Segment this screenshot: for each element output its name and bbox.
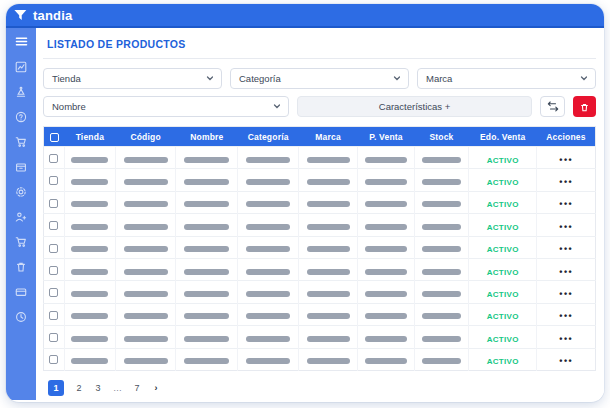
row-actions-button[interactable]: ••• [559, 222, 573, 232]
actions-cell: ••• [537, 303, 596, 325]
row-actions-button[interactable]: ••• [559, 244, 573, 254]
skeleton-cell [115, 303, 176, 325]
card-icon[interactable] [15, 285, 28, 298]
caracteristicas-button-label: Características + [379, 101, 451, 112]
skeleton-cell [358, 258, 415, 280]
skeleton-cell [64, 236, 115, 258]
skeleton-cell [176, 169, 238, 191]
skeleton-cell [358, 191, 415, 213]
brand-logo[interactable]: tandia [13, 8, 72, 23]
skeleton-cell [115, 169, 176, 191]
skeleton-cell [299, 326, 358, 348]
row-checkbox[interactable] [49, 221, 58, 230]
skeleton-bar [124, 336, 168, 342]
pagination-page-1[interactable]: 1 [48, 380, 64, 396]
skeleton-bar [365, 358, 406, 364]
skeleton-bar [124, 224, 168, 230]
package-icon[interactable] [15, 160, 28, 173]
row-actions-button[interactable]: ••• [559, 155, 573, 165]
pagination-page-7[interactable]: 7 [133, 383, 141, 393]
menu-icon[interactable] [15, 35, 28, 48]
row-checkbox[interactable] [49, 176, 58, 185]
row-actions-button[interactable]: ••• [559, 199, 573, 209]
skeleton-cell [299, 258, 358, 280]
status-cell: ACTIVO [469, 169, 537, 191]
table-row: ACTIVO••• [44, 191, 596, 213]
pagination-next-button[interactable]: › [152, 383, 160, 393]
status-badge: ACTIVO [487, 156, 519, 165]
cart-icon[interactable] [15, 135, 28, 148]
scale-icon[interactable] [15, 85, 28, 98]
row-actions-button[interactable]: ••• [559, 356, 573, 366]
row-select-cell [44, 281, 65, 303]
app-window: tandia [6, 4, 604, 402]
skeleton-bar [124, 179, 168, 185]
clear-filters-button[interactable] [573, 96, 596, 117]
clock-icon[interactable] [15, 310, 28, 323]
marca-select[interactable]: Marca [417, 68, 596, 89]
skeleton-bar [124, 291, 168, 297]
skeleton-bar [71, 224, 108, 230]
column-header: Edo. Venta [469, 127, 537, 147]
actions-cell: ••• [537, 258, 596, 280]
trash-icon[interactable] [15, 260, 28, 273]
cart2-icon[interactable] [15, 235, 28, 248]
main-content: LISTADO DE PRODUCTOS Tienda Categoría [36, 28, 604, 400]
chevron-down-icon [273, 101, 281, 112]
row-checkbox[interactable] [49, 266, 58, 275]
row-checkbox[interactable] [49, 244, 58, 253]
skeleton-bar [422, 336, 461, 342]
skeleton-bar [124, 358, 168, 364]
row-actions-button[interactable]: ••• [559, 311, 573, 321]
chart-icon[interactable] [15, 60, 28, 73]
pagination-page-2[interactable]: 2 [75, 383, 83, 393]
tienda-select[interactable]: Tienda [43, 68, 222, 89]
pagination-page-3[interactable]: 3 [94, 383, 102, 393]
column-header: Marca [299, 127, 358, 147]
nombre-select-label: Nombre [52, 101, 86, 112]
skeleton-bar [71, 291, 108, 297]
help-icon[interactable] [15, 110, 28, 123]
row-actions-button[interactable]: ••• [559, 334, 573, 344]
categoria-select[interactable]: Categoría [230, 68, 409, 89]
row-checkbox[interactable] [49, 288, 58, 297]
status-badge: ACTIVO [487, 178, 519, 187]
row-checkbox[interactable] [49, 333, 58, 342]
row-checkbox[interactable] [49, 355, 58, 364]
skeleton-cell [238, 214, 299, 236]
row-select-cell [44, 258, 65, 280]
select-all-cell[interactable] [44, 127, 65, 147]
skeleton-bar [184, 313, 229, 319]
nombre-select[interactable]: Nombre [43, 96, 289, 117]
skeleton-cell [64, 326, 115, 348]
swap-filters-button[interactable] [540, 96, 565, 117]
status-cell: ACTIVO [469, 214, 537, 236]
row-checkbox[interactable] [49, 311, 58, 320]
filter-row-2: Nombre Características + [43, 96, 596, 117]
skeleton-bar [124, 246, 168, 252]
status-cell: ACTIVO [469, 236, 537, 258]
skeleton-cell [64, 258, 115, 280]
status-badge: ACTIVO [487, 357, 519, 366]
gear-icon[interactable] [15, 185, 28, 198]
skeleton-cell [176, 348, 238, 370]
select-all-checkbox[interactable] [50, 133, 59, 142]
skeleton-bar [422, 201, 461, 207]
trash-icon [580, 98, 589, 116]
skeleton-cell [176, 191, 238, 213]
skeleton-cell [414, 348, 468, 370]
skeleton-bar [307, 246, 350, 252]
row-checkbox[interactable] [49, 199, 58, 208]
skeleton-bar [307, 336, 350, 342]
row-actions-button[interactable]: ••• [559, 289, 573, 299]
skeleton-cell [238, 281, 299, 303]
user-add-icon[interactable] [15, 210, 28, 223]
skeleton-cell [176, 258, 238, 280]
row-actions-button[interactable]: ••• [559, 267, 573, 277]
row-actions-button[interactable]: ••• [559, 177, 573, 187]
skeleton-bar [184, 336, 229, 342]
skeleton-cell [64, 147, 115, 169]
actions-cell: ••• [537, 191, 596, 213]
caracteristicas-button[interactable]: Características + [297, 96, 532, 117]
row-checkbox[interactable] [49, 154, 58, 163]
